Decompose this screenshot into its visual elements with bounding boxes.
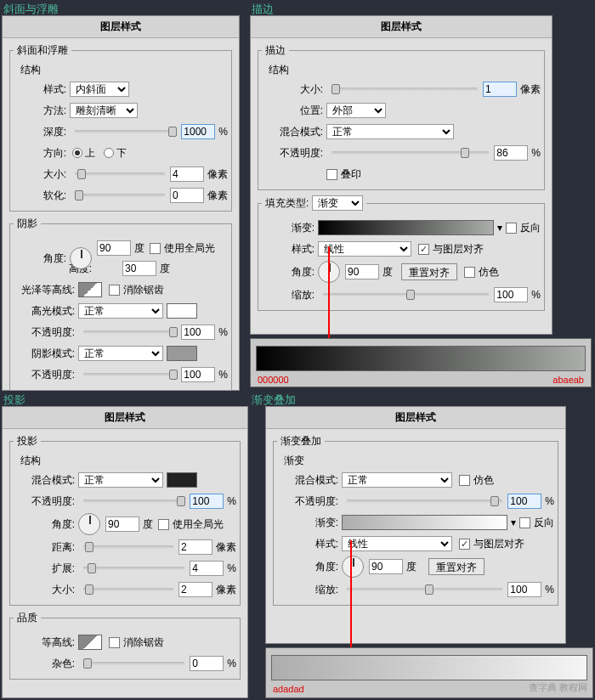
highlight-swatch[interactable] [167,303,197,319]
angle-dial[interactable] [78,513,100,535]
angle-input[interactable] [345,264,379,279]
sop-label: 不透明度: [14,368,75,382]
pos-select[interactable]: 外部 [326,103,386,118]
blend-label: 混合模式: [277,473,338,488]
angle-input[interactable] [105,517,139,532]
dir-down-radio[interactable] [104,148,114,158]
soft-slider[interactable] [75,194,165,197]
dir-up-radio[interactable] [72,148,82,158]
legend: 渐变叠加 [277,434,325,449]
soft-input[interactable] [170,188,204,203]
shadow-swatch[interactable] [167,346,197,361]
size-label: 大小: [262,82,323,97]
op-slider[interactable] [332,151,489,155]
angle-dial[interactable] [70,247,92,269]
overprint-checkbox[interactable] [326,169,337,180]
gradient-picker[interactable] [342,515,507,530]
dist-slider[interactable] [83,545,173,549]
scale-input[interactable] [494,287,528,302]
angle-input[interactable] [369,559,403,574]
size-input[interactable] [178,582,212,597]
aa-checkbox[interactable] [109,285,120,296]
gradov-group: 渐变叠加 渐变 混合模式:正常仿色 不透明度:% 渐变:▾反向 样式:线性与图层… [273,434,558,606]
global-light-checkbox[interactable] [158,519,169,530]
stroke-fill-group: 填充类型: 渐变 渐变:▾反向 样式:线性与图层对齐 角度:度重置对齐仿色 缩放… [258,195,545,311]
hmode-select[interactable]: 正常 [78,303,163,319]
sop-slider[interactable] [83,373,176,376]
hmode-label: 高光模式: [14,304,75,319]
blend-select[interactable]: 正常 [78,472,163,488]
blend-label: 混合模式: [262,125,323,139]
contour-picker[interactable] [78,635,102,650]
noise-input[interactable] [190,656,224,671]
sub-legend: 结构 [20,63,228,77]
gradient-strip[interactable] [256,346,586,371]
size-input[interactable] [170,167,204,182]
align-checkbox[interactable] [418,244,429,255]
size-slider[interactable] [332,88,478,91]
panel-title: 图层样式 [3,407,247,429]
dir-label: 方向: [14,146,66,161]
reverse-checkbox[interactable] [506,223,517,234]
gradient-strip[interactable] [271,655,587,680]
gradient-picker[interactable] [318,220,494,235]
legend: 投影 [14,434,41,449]
stroke-grad-editor: 000000 abaeab [250,338,592,387]
scale-input[interactable] [507,582,541,597]
style-select[interactable]: 线性 [342,536,452,551]
hop-input[interactable] [181,325,215,340]
spread-slider[interactable] [83,567,184,570]
size-slider[interactable] [75,172,165,176]
reset-align-button[interactable]: 重置对齐 [428,558,484,575]
spread-input[interactable] [190,561,224,576]
dither-checkbox[interactable] [464,267,475,278]
depth-slider[interactable] [75,130,176,133]
op-input[interactable] [190,494,224,509]
angle-label: 角度: [277,560,338,574]
style-select[interactable]: 内斜面 [70,82,129,97]
stop-right: abaeab [552,375,584,385]
reset-align-button[interactable]: 重置对齐 [401,263,457,280]
size-slider[interactable] [83,588,173,591]
shadow-color-swatch[interactable] [167,472,197,488]
alt-input[interactable] [122,261,156,276]
blend-select[interactable]: 正常 [342,472,452,488]
op-input[interactable] [494,145,528,161]
style-label: 样式: [14,82,66,97]
angle-dial[interactable] [342,556,364,578]
grad-style-select[interactable]: 线性 [318,241,411,257]
dither-checkbox[interactable] [459,475,470,486]
shadow-panel: 图层样式 投影 结构 混合模式:正常 不透明度:% 角度:度使用全局光 距离:像… [2,406,248,698]
spread-label: 扩展: [14,562,75,576]
dist-input[interactable] [178,539,212,555]
tech-select[interactable]: 雕刻清晰 [70,103,138,118]
depth-label: 深度: [14,125,66,139]
fill-type-select[interactable]: 渐变 [312,195,363,211]
tech-label: 方法: [14,104,66,118]
grad-label: 渐变: [277,516,338,530]
stroke-structure-group: 描边 结构 大小:像素 位置:外部 混合模式:正常 不透明度:% 叠印 [258,43,545,190]
op-slider[interactable] [83,500,184,503]
shadow-structure-group: 投影 结构 混合模式:正常 不透明度:% 角度:度使用全局光 距离:像素 扩展:… [9,434,241,606]
hop-slider[interactable] [83,330,176,334]
scale-slider[interactable] [347,588,502,591]
legend: 阴影 [14,217,41,231]
panel-title: 图层样式 [3,16,239,38]
angle-input[interactable] [97,240,131,256]
smode-select[interactable]: 正常 [78,346,163,361]
reverse-checkbox[interactable] [519,517,530,528]
size-input[interactable] [483,82,517,97]
sop-input[interactable] [181,367,215,382]
align-checkbox[interactable] [459,539,470,550]
global-light-checkbox[interactable] [150,243,161,254]
depth-input[interactable] [181,124,215,139]
style-label: 样式: [277,537,338,551]
noise-slider[interactable] [83,662,184,665]
op-input[interactable] [507,494,541,509]
scale-slider[interactable] [323,293,489,296]
op-label: 不透明度: [277,494,338,509]
op-slider[interactable] [347,500,502,503]
gloss-contour[interactable] [78,282,102,297]
aa-checkbox[interactable] [109,637,120,648]
blend-select[interactable]: 正常 [326,124,454,139]
